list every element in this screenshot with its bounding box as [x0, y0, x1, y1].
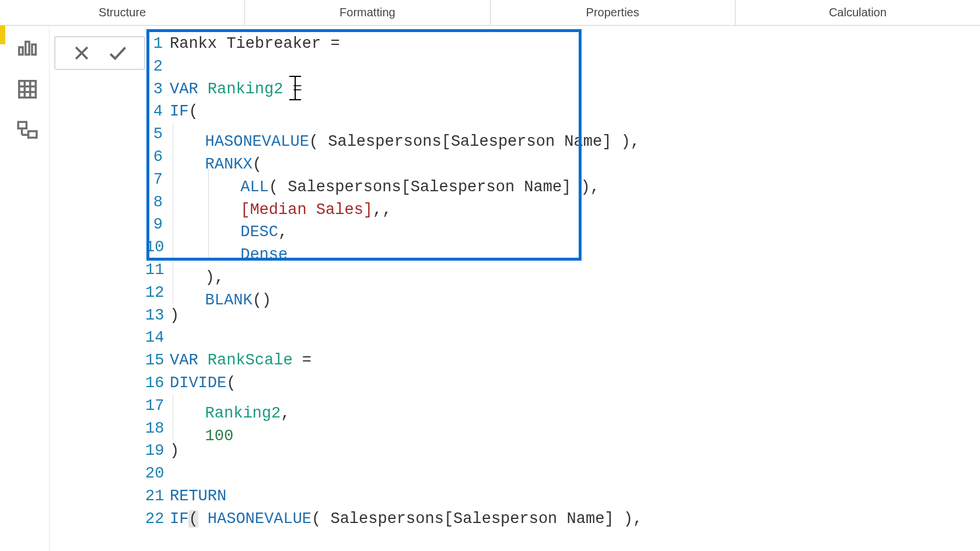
svg-rect-3 [19, 81, 36, 98]
line-number: 11 [145, 259, 170, 282]
line-content: HASONEVALUE( Salespersons[Salesperson Na… [170, 123, 640, 146]
line-number: 16 [145, 372, 170, 395]
line-number: 20 [145, 462, 170, 485]
line-number: 4 [145, 100, 170, 123]
formula-bar: 1Rankx Tiebreaker = 23VAR Ranking2 = 4IF… [50, 29, 980, 531]
line-content: IF( [170, 100, 198, 123]
line-content: DESC, [170, 213, 288, 236]
svg-rect-0 [19, 47, 22, 55]
line-content: Dense [170, 236, 288, 259]
svg-rect-9 [28, 131, 36, 138]
line-number: 1 [145, 33, 170, 55]
code-line[interactable]: 7 ALL( Salespersons[Salesperson Name] ), [145, 169, 980, 191]
code-line[interactable]: 4IF( [145, 100, 980, 123]
line-content: Ranking2, [170, 395, 290, 417]
report-view-icon[interactable] [16, 36, 38, 56]
tab-properties[interactable]: Properties [491, 0, 736, 25]
line-number: 7 [145, 169, 170, 191]
line-content: BLANK() [170, 282, 271, 304]
line-content: ALL( Salespersons[Salesperson Name] ), [170, 169, 600, 191]
code-line[interactable]: 5 HASONEVALUE( Salespersons[Salesperson … [145, 123, 980, 146]
line-number: 17 [145, 395, 170, 417]
line-number: 14 [145, 327, 170, 349]
line-number: 18 [145, 417, 170, 440]
code-line[interactable]: 14 [145, 327, 980, 349]
code-line[interactable]: 15VAR RankScale = [145, 349, 980, 372]
line-number: 5 [145, 123, 170, 146]
code-line[interactable]: 3VAR Ranking2 = [145, 78, 980, 101]
svg-rect-8 [18, 122, 26, 128]
line-content: 100 [170, 417, 233, 440]
line-number: 21 [145, 485, 170, 508]
line-content: ), [170, 259, 224, 282]
cancel-button[interactable] [71, 42, 93, 64]
code-line[interactable]: 17 Ranking2, [145, 395, 980, 417]
line-number: 2 [145, 55, 170, 78]
code-line[interactable]: 21RETURN [145, 485, 980, 508]
tab-formatting[interactable]: Formatting [245, 0, 490, 25]
line-content: [Median Sales],, [170, 191, 391, 214]
line-number: 19 [145, 440, 170, 462]
code-line[interactable]: 10 Dense [145, 236, 980, 259]
line-content: ) [170, 440, 179, 462]
line-number: 3 [145, 78, 170, 101]
accent-bar [0, 26, 5, 44]
confirm-button[interactable] [107, 42, 129, 64]
code-line[interactable]: 9 DESC, [145, 213, 980, 236]
line-content: VAR Ranking2 = [170, 78, 312, 101]
data-view-icon[interactable] [16, 78, 38, 98]
line-content: RETURN [170, 485, 226, 508]
code-line[interactable]: 12 BLANK() [145, 282, 980, 304]
line-content: ) [170, 304, 179, 327]
text-caret-icon [295, 76, 296, 100]
code-line[interactable]: 16DIVIDE( [145, 372, 980, 395]
tab-structure[interactable]: Structure [0, 0, 245, 25]
code-line[interactable]: 22IF( HASONEVALUE( Salespersons[Salesper… [145, 508, 980, 531]
line-number: 6 [145, 146, 170, 169]
formula-editor[interactable]: 1Rankx Tiebreaker = 23VAR Ranking2 = 4IF… [145, 29, 980, 531]
line-content: RANKX( [170, 146, 262, 169]
line-number: 9 [145, 213, 170, 236]
left-view-rail [5, 26, 50, 551]
line-content: VAR RankScale = [170, 349, 312, 372]
formula-confirm-box [54, 36, 145, 70]
line-content: DIVIDE( [170, 372, 236, 395]
code-line[interactable]: 1Rankx Tiebreaker = [145, 33, 980, 55]
line-number: 13 [145, 304, 170, 327]
svg-rect-2 [32, 44, 35, 54]
line-number: 12 [145, 282, 170, 304]
code-line[interactable]: 19) [145, 440, 980, 462]
code-line[interactable]: 2 [145, 55, 980, 78]
line-content: IF( HASONEVALUE( Salespersons[Salesperso… [170, 508, 642, 531]
line-number: 15 [145, 349, 170, 372]
code-line[interactable]: 20 [145, 462, 980, 485]
tab-calculation[interactable]: Calculation [736, 0, 980, 25]
svg-rect-1 [25, 42, 29, 55]
line-number: 10 [145, 236, 170, 259]
line-content: Rankx Tiebreaker = [170, 33, 349, 55]
ribbon-tabs: Structure Formatting Properties Calculat… [0, 0, 980, 26]
model-view-icon[interactable] [16, 120, 38, 140]
line-number: 22 [145, 508, 170, 531]
line-number: 8 [145, 191, 170, 214]
